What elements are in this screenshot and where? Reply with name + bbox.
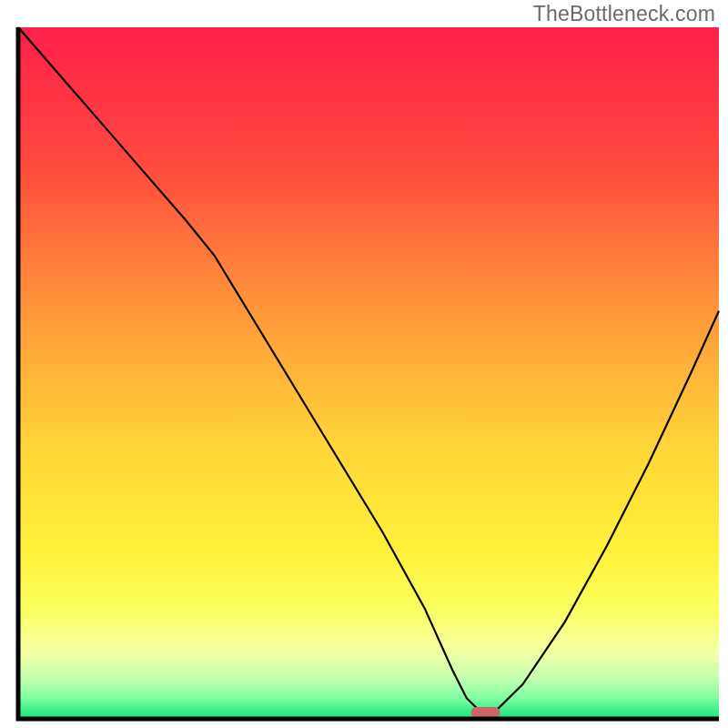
- optimal-point-marker: [471, 707, 500, 718]
- gradient-background: [18, 27, 719, 719]
- watermark-text: TheBottleneck.com: [533, 2, 715, 26]
- chart-container: TheBottleneck.com: [0, 0, 728, 728]
- bottleneck-chart: [0, 0, 728, 728]
